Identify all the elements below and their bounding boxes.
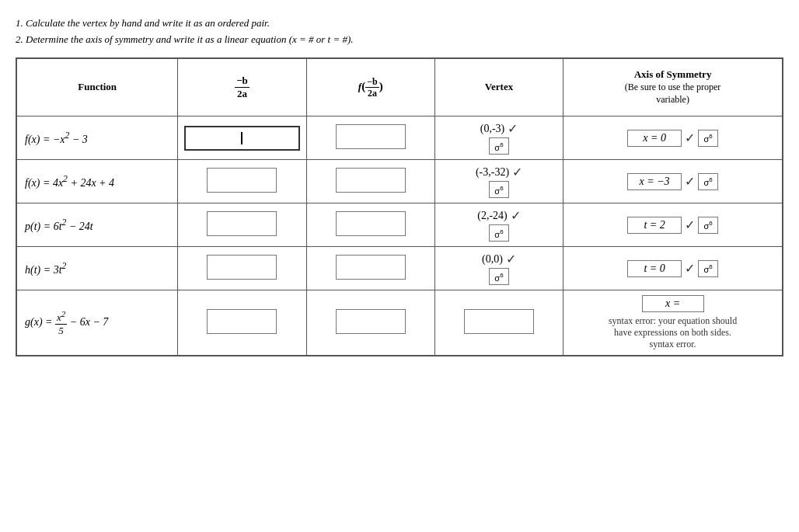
input-f-neg-b-2a-5[interactable] <box>306 290 434 356</box>
instructions-block: 1. Calculate the vertex by hand and writ… <box>16 16 783 48</box>
vertex-check-3: ✓ <box>511 208 521 223</box>
input-neg-b-2a-4[interactable] <box>178 247 306 290</box>
axis-check-2: ✓ <box>685 174 695 189</box>
vertex-cell-2: (-3,-32) ✓ σ6 <box>434 160 563 203</box>
vertex-sigma-btn-3[interactable]: σ6 <box>489 224 509 242</box>
input-f-neg-b-2a-4[interactable] <box>306 247 434 290</box>
header-neg-b-2a: −b 2a <box>178 58 306 116</box>
vertex-check-4: ✓ <box>506 252 516 266</box>
axis-check-1: ✓ <box>685 130 695 145</box>
input-neg-b-2a-2[interactable] <box>178 160 306 203</box>
axis-sigma-btn-2[interactable]: σ6 <box>698 173 718 190</box>
table-row: p(t) = 6t2 − 24t (2,-24) ✓ σ6 t = 2 <box>16 203 783 247</box>
vertex-cell-1: (0,-3) ✓ σ6 <box>434 116 563 160</box>
function-cell-3: p(t) = 6t2 − 24t <box>16 203 178 247</box>
vertex-check-1: ✓ <box>508 121 518 136</box>
function-cell-1: f(x) = −x2 − 3 <box>16 116 178 160</box>
table-row: g(x) = x25 − 6x − 7 x = syntax error: yo… <box>16 290 783 356</box>
input-f-neg-b-2a-2[interactable] <box>306 160 434 203</box>
instruction-line1: 1. Calculate the vertex by hand and writ… <box>16 16 783 32</box>
header-f-neg-b-2a: f( −b2a ) <box>306 58 434 116</box>
input-neg-b-2a-5[interactable] <box>178 290 306 356</box>
vertex-sigma-btn-2[interactable]: σ6 <box>489 181 509 198</box>
header-vertex: Vertex <box>434 58 563 116</box>
vertex-check-2: ✓ <box>512 165 522 179</box>
axis-check-4: ✓ <box>685 261 695 276</box>
input-neg-b-2a-3[interactable] <box>178 203 306 247</box>
axis-value-2: x = −3 <box>627 173 682 190</box>
axis-sigma-btn-1[interactable]: σ6 <box>698 130 718 147</box>
axis-sigma-btn-3[interactable]: σ6 <box>698 217 718 234</box>
vertex-value-1: (0,-3) <box>480 123 505 135</box>
axis-cell-4: t = 0 ✓ σ6 <box>563 247 783 290</box>
vertex-value-4: (0,0) <box>482 253 503 266</box>
axis-cell-5: x = syntax error: your equation shouldha… <box>563 290 783 356</box>
axis-cell-1: x = 0 ✓ σ6 <box>563 116 783 160</box>
math-table: Function −b 2a f( −b2a ) Vertex Axis of … <box>16 57 783 357</box>
vertex-sigma-btn-4[interactable]: σ6 <box>489 268 509 285</box>
vertex-cell-3: (2,-24) ✓ σ6 <box>434 203 563 247</box>
vertex-sigma-btn-1[interactable]: σ6 <box>489 137 509 155</box>
vertex-value-2: (-3,-32) <box>476 166 509 179</box>
axis-sigma-btn-4[interactable]: σ6 <box>698 260 718 277</box>
input-neg-b-2a-1[interactable] <box>178 116 306 160</box>
function-cell-4: h(t) = 3t2 <box>16 247 178 290</box>
header-axis: Axis of Symmetry (Be sure to use the pro… <box>563 58 783 116</box>
function-cell-2: f(x) = 4x2 + 24x + 4 <box>16 160 178 203</box>
axis-cell-2: x = −3 ✓ σ6 <box>563 160 783 203</box>
input-f-neg-b-2a-1[interactable] <box>306 116 434 160</box>
input-f-neg-b-2a-3[interactable] <box>306 203 434 247</box>
vertex-cell-4: (0,0) ✓ σ6 <box>434 247 563 290</box>
vertex-cell-5[interactable] <box>434 290 563 356</box>
table-row: f(x) = −x2 − 3 (0,-3) ✓ σ6 <box>16 116 783 160</box>
axis-value-5: x = <box>642 295 704 312</box>
vertex-value-3: (2,-24) <box>477 210 508 222</box>
table-row: h(t) = 3t2 (0,0) ✓ σ6 t = 0 ✓ <box>16 247 783 290</box>
table-row: f(x) = 4x2 + 24x + 4 (-3,-32) ✓ σ6 x = −… <box>16 160 783 203</box>
axis-error-5: syntax error: your equation shouldhave e… <box>570 315 776 350</box>
header-function: Function <box>16 58 178 116</box>
axis-value-4: t = 0 <box>627 260 682 277</box>
instruction-line2: 2. Determine the axis of symmetry and wr… <box>16 32 783 48</box>
axis-check-3: ✓ <box>685 217 695 232</box>
axis-cell-3: t = 2 ✓ σ6 <box>563 203 783 247</box>
function-cell-5: g(x) = x25 − 6x − 7 <box>16 290 178 356</box>
axis-value-1: x = 0 <box>627 130 682 147</box>
axis-value-3: t = 2 <box>627 217 682 234</box>
